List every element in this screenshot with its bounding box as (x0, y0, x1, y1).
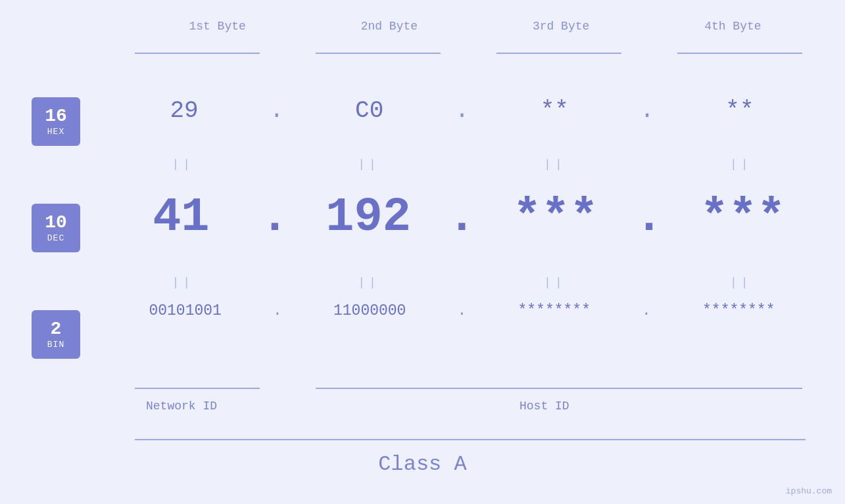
hex-row: 29 . C0 . ** . ** (105, 97, 819, 124)
dec-val-4: *** (671, 191, 815, 244)
col4-header: 4th Byte (650, 20, 815, 33)
bin-dot-1: . (273, 302, 282, 319)
hex-badge-label: HEX (47, 127, 64, 137)
equals-1-2: || (297, 158, 441, 171)
watermark: ipshu.com (786, 486, 832, 496)
dec-dot-1: . (260, 191, 289, 244)
bin-badge-label: BIN (47, 340, 64, 350)
bin-badge: 2 BIN (32, 310, 80, 359)
dec-badge-label: DEC (47, 233, 64, 243)
col2-header: 2nd Byte (307, 20, 471, 33)
hex-val-1: 29 (112, 97, 256, 124)
hex-val-3: ** (482, 97, 627, 124)
hex-badge-num: 16 (45, 106, 67, 127)
col-headers: 1st Byte 2nd Byte 3rd Byte 4th Byte (132, 20, 819, 33)
dec-val-3: *** (483, 191, 628, 244)
bin-badge-num: 2 (51, 319, 62, 340)
bin-val-2: 11000000 (297, 302, 442, 319)
equals-1-3: || (483, 158, 627, 171)
bin-dot-2: . (458, 302, 467, 319)
dec-row: 41 . 192 . *** . *** (105, 191, 819, 244)
col1-header: 1st Byte (135, 20, 300, 33)
bracket-col3 (496, 53, 621, 54)
hex-dot-1: . (270, 97, 284, 124)
bin-dot-3: . (642, 302, 651, 319)
col3-header: 3rd Byte (479, 20, 643, 33)
dec-val-2: 192 (296, 191, 441, 244)
dec-dot-3: . (635, 191, 664, 244)
bracket-col2 (316, 53, 441, 54)
equals-2-4: || (669, 276, 813, 289)
bracket-col4 (677, 53, 802, 54)
hex-dot-3: . (640, 97, 654, 124)
dec-dot-2: . (448, 191, 476, 244)
equals-1-4: || (669, 158, 813, 171)
dec-badge: 10 DEC (32, 204, 80, 252)
main-container: 1st Byte 2nd Byte 3rd Byte 4th Byte 16 H… (0, 0, 845, 504)
bin-val-3: ******** (482, 302, 627, 319)
network-id-bracket (135, 388, 260, 389)
hex-dot-2: . (455, 97, 470, 124)
network-id-label: Network ID (146, 400, 217, 413)
hex-badge: 16 HEX (32, 97, 80, 146)
equals-1-1: || (110, 158, 255, 171)
host-id-bracket (316, 388, 802, 389)
class-label: Class A (0, 452, 845, 476)
equals-2-3: || (483, 276, 627, 289)
host-id-label: Host ID (519, 400, 569, 413)
equals-2-1: || (110, 276, 255, 289)
bracket-col1 (135, 53, 260, 54)
equals-2-2: || (297, 276, 441, 289)
equals-row-2: || || || || (105, 276, 819, 289)
bin-val-1: 00101001 (113, 302, 258, 319)
bin-val-4: ******** (666, 302, 811, 319)
hex-val-4: ** (667, 97, 812, 124)
equals-row-1: || || || || (105, 158, 819, 171)
dec-badge-num: 10 (45, 213, 67, 233)
bin-row: 00101001 . 11000000 . ******** . *******… (105, 302, 819, 319)
hex-val-2: C0 (297, 97, 442, 124)
class-bracket (135, 439, 806, 440)
dec-val-1: 41 (109, 191, 253, 244)
